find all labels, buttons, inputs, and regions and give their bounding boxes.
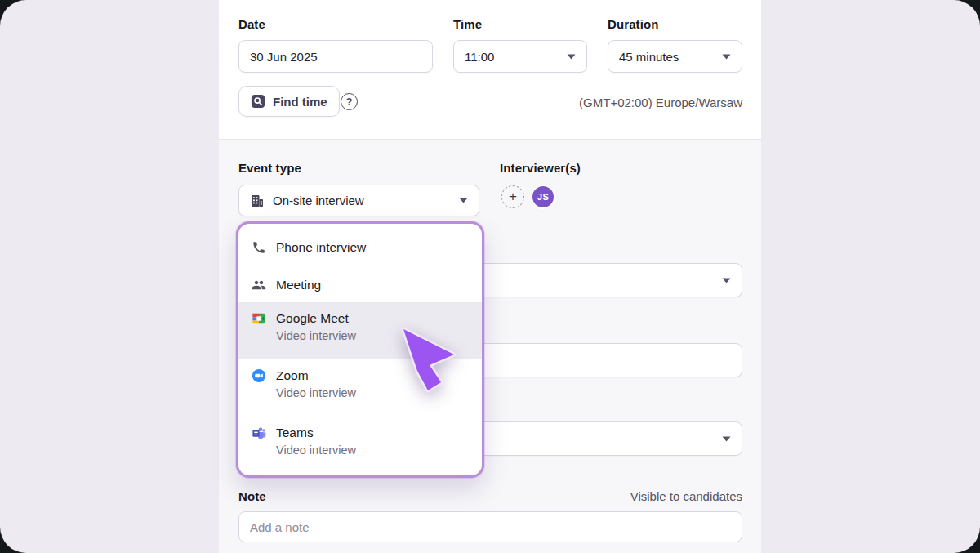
time-value: 11:00	[465, 50, 567, 64]
date-value: 30 Jun 2025	[250, 50, 421, 64]
event-type-dropdown-menu: Phone interview Meeting Google Meet V	[236, 221, 484, 478]
find-time-button[interactable]: Find time	[238, 86, 340, 117]
menu-item-sublabel: Video interview	[276, 386, 482, 399]
chevron-down-icon	[459, 198, 468, 203]
menu-item-label: Google Meet	[276, 311, 349, 326]
avatar[interactable]: JS	[531, 185, 555, 209]
menu-item-label: Phone interview	[276, 240, 366, 255]
date-input[interactable]: 30 Jun 2025	[238, 40, 433, 73]
menu-item-label: Meeting	[276, 278, 321, 292]
avatar-initials: JS	[537, 192, 549, 202]
people-icon	[252, 278, 266, 292]
menu-item-sublabel: Video interview	[276, 444, 482, 457]
event-type-value: On-site interview	[273, 194, 451, 207]
chevron-down-icon	[722, 278, 731, 283]
timezone-text: (GMT+02:00) Europe/Warsaw	[579, 96, 742, 109]
note-label: Note	[238, 489, 266, 503]
scheduler-screen: Date 30 Jun 2025 Time 11:00 Duration 45 …	[0, 0, 980, 553]
zoom-icon	[252, 368, 266, 383]
duration-label: Duration	[608, 17, 658, 31]
add-interviewer-button[interactable]: +	[501, 185, 524, 208]
menu-item-label: Zoom	[276, 368, 309, 383]
duration-select[interactable]: 45 minutes	[608, 40, 742, 73]
date-label: Date	[238, 17, 265, 31]
building-icon	[250, 194, 265, 208]
find-time-label: Find time	[273, 95, 327, 109]
menu-item-label: Teams	[276, 426, 314, 440]
help-icon[interactable]: ?	[341, 93, 358, 110]
duration-value: 45 minutes	[619, 50, 722, 64]
time-label: Time	[453, 17, 482, 31]
teams-icon	[252, 426, 266, 440]
event-type-select[interactable]: On-site interview	[238, 185, 479, 216]
phone-icon	[252, 240, 266, 255]
help-glyph: ?	[346, 96, 353, 108]
interviewers-label: Interviewer(s)	[500, 161, 581, 175]
event-type-label: Event type	[238, 161, 301, 175]
note-input[interactable]	[238, 511, 742, 542]
plus-icon: +	[509, 189, 517, 205]
menu-item-phone-interview[interactable]: Phone interview	[238, 229, 482, 266]
chevron-down-icon	[567, 54, 576, 60]
chevron-down-icon	[722, 436, 731, 442]
chevron-down-icon	[722, 54, 731, 60]
note-visibility-hint: Visible to candidates	[630, 489, 742, 503]
menu-item-zoom[interactable]: Zoom Video interview	[238, 359, 482, 417]
menu-item-google-meet[interactable]: Google Meet Video interview	[238, 302, 482, 359]
menu-item-meeting[interactable]: Meeting	[238, 266, 482, 304]
menu-item-sublabel: Video interview	[276, 329, 482, 342]
time-select[interactable]: 11:00	[453, 40, 587, 73]
find-time-icon	[251, 94, 265, 109]
menu-item-teams[interactable]: Teams Video interview	[238, 417, 482, 474]
google-meet-icon	[252, 311, 266, 326]
